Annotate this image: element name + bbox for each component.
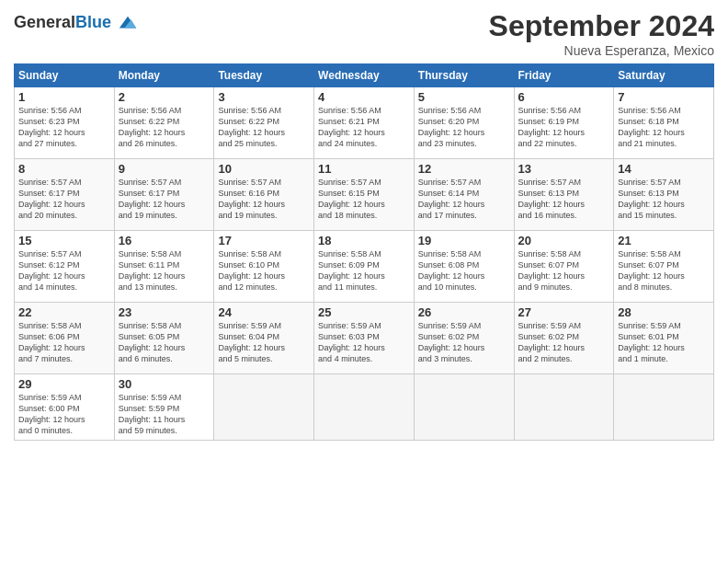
calendar-week-2: 8Sunrise: 5:57 AM Sunset: 6:17 PM Daylig…	[15, 159, 714, 231]
logo: GeneralBlue	[14, 13, 138, 33]
month-title: September 2024	[489, 9, 714, 43]
calendar-cell: 13Sunrise: 5:57 AM Sunset: 6:13 PM Dayli…	[514, 159, 614, 231]
calendar-cell: 29Sunrise: 5:59 AM Sunset: 6:00 PM Dayli…	[15, 374, 115, 441]
day-info: Sunrise: 5:56 AM Sunset: 6:19 PM Dayligh…	[518, 105, 610, 150]
calendar-cell: 11Sunrise: 5:57 AM Sunset: 6:15 PM Dayli…	[314, 159, 415, 231]
calendar-cell	[314, 374, 415, 441]
calendar-cell	[514, 374, 614, 441]
logo-icon	[118, 13, 138, 33]
day-info: Sunrise: 5:57 AM Sunset: 6:12 PM Dayligh…	[18, 248, 110, 293]
day-info: Sunrise: 5:58 AM Sunset: 6:07 PM Dayligh…	[618, 248, 710, 293]
day-info: Sunrise: 5:58 AM Sunset: 6:09 PM Dayligh…	[318, 248, 410, 293]
day-info: Sunrise: 5:56 AM Sunset: 6:22 PM Dayligh…	[119, 105, 210, 150]
day-number: 10	[218, 162, 310, 176]
day-info: Sunrise: 5:57 AM Sunset: 6:13 PM Dayligh…	[518, 177, 610, 222]
day-info: Sunrise: 5:57 AM Sunset: 6:16 PM Dayligh…	[218, 177, 310, 222]
calendar-week-1: 1Sunrise: 5:56 AM Sunset: 6:23 PM Daylig…	[15, 87, 714, 159]
day-info: Sunrise: 5:58 AM Sunset: 6:08 PM Dayligh…	[418, 248, 510, 293]
day-info: Sunrise: 5:58 AM Sunset: 6:05 PM Dayligh…	[119, 320, 210, 365]
day-number: 27	[518, 305, 610, 319]
day-info: Sunrise: 5:57 AM Sunset: 6:14 PM Dayligh…	[418, 177, 510, 222]
calendar-cell	[414, 374, 514, 441]
day-number: 30	[119, 377, 210, 391]
day-info: Sunrise: 5:57 AM Sunset: 6:17 PM Dayligh…	[18, 177, 110, 222]
weekday-header-monday: Monday	[114, 64, 214, 87]
calendar-header: SundayMondayTuesdayWednesdayThursdayFrid…	[15, 64, 714, 87]
calendar-cell: 30Sunrise: 5:59 AM Sunset: 5:59 PM Dayli…	[114, 374, 214, 441]
calendar-cell: 14Sunrise: 5:57 AM Sunset: 6:13 PM Dayli…	[614, 159, 714, 231]
day-number: 16	[119, 234, 210, 247]
weekday-header-friday: Friday	[514, 64, 614, 87]
day-number: 5	[418, 90, 510, 104]
day-number: 25	[318, 305, 410, 319]
calendar-cell: 19Sunrise: 5:58 AM Sunset: 6:08 PM Dayli…	[414, 231, 514, 303]
calendar-cell: 28Sunrise: 5:59 AM Sunset: 6:01 PM Dayli…	[614, 303, 714, 374]
day-number: 24	[218, 305, 310, 319]
day-number: 28	[618, 305, 710, 319]
day-number: 2	[119, 90, 210, 104]
weekday-header-tuesday: Tuesday	[214, 64, 314, 87]
weekday-header-wednesday: Wednesday	[314, 64, 415, 87]
header: GeneralBlue September 2024 Nueva Esperan…	[14, 9, 714, 58]
day-number: 19	[418, 234, 510, 247]
logo-blue-text: Blue	[75, 13, 111, 31]
day-info: Sunrise: 5:59 AM Sunset: 6:02 PM Dayligh…	[518, 320, 610, 365]
day-info: Sunrise: 5:57 AM Sunset: 6:17 PM Dayligh…	[119, 177, 210, 222]
day-info: Sunrise: 5:58 AM Sunset: 6:10 PM Dayligh…	[218, 248, 310, 293]
day-info: Sunrise: 5:58 AM Sunset: 6:11 PM Dayligh…	[119, 248, 210, 293]
day-info: Sunrise: 5:56 AM Sunset: 6:23 PM Dayligh…	[18, 105, 110, 150]
logo-general-text: General	[14, 13, 75, 31]
day-number: 8	[18, 162, 110, 176]
day-number: 4	[318, 90, 410, 104]
day-number: 15	[18, 234, 110, 247]
weekday-header-sunday: Sunday	[15, 64, 115, 87]
calendar-cell: 8Sunrise: 5:57 AM Sunset: 6:17 PM Daylig…	[15, 159, 115, 231]
calendar-cell: 22Sunrise: 5:58 AM Sunset: 6:06 PM Dayli…	[15, 303, 115, 374]
calendar-cell: 21Sunrise: 5:58 AM Sunset: 6:07 PM Dayli…	[614, 231, 714, 303]
calendar-cell: 15Sunrise: 5:57 AM Sunset: 6:12 PM Dayli…	[15, 231, 115, 303]
calendar-cell: 3Sunrise: 5:56 AM Sunset: 6:22 PM Daylig…	[214, 87, 314, 159]
calendar-cell: 26Sunrise: 5:59 AM Sunset: 6:02 PM Dayli…	[414, 303, 514, 374]
calendar-week-5: 29Sunrise: 5:59 AM Sunset: 6:00 PM Dayli…	[15, 374, 714, 441]
day-number: 14	[618, 162, 710, 176]
day-info: Sunrise: 5:59 AM Sunset: 6:00 PM Dayligh…	[18, 392, 110, 437]
day-number: 29	[18, 377, 110, 391]
day-number: 3	[218, 90, 310, 104]
calendar-cell: 23Sunrise: 5:58 AM Sunset: 6:05 PM Dayli…	[114, 303, 214, 374]
calendar-week-4: 22Sunrise: 5:58 AM Sunset: 6:06 PM Dayli…	[15, 303, 714, 374]
weekday-header-row: SundayMondayTuesdayWednesdayThursdayFrid…	[15, 64, 714, 87]
calendar-cell: 10Sunrise: 5:57 AM Sunset: 6:16 PM Dayli…	[214, 159, 314, 231]
calendar-cell: 12Sunrise: 5:57 AM Sunset: 6:14 PM Dayli…	[414, 159, 514, 231]
day-number: 12	[418, 162, 510, 176]
day-number: 1	[18, 90, 110, 104]
day-info: Sunrise: 5:59 AM Sunset: 5:59 PM Dayligh…	[119, 392, 210, 437]
calendar-cell	[214, 374, 314, 441]
day-number: 7	[618, 90, 710, 104]
page-container: GeneralBlue September 2024 Nueva Esperan…	[0, 0, 728, 450]
calendar-cell: 7Sunrise: 5:56 AM Sunset: 6:18 PM Daylig…	[614, 87, 714, 159]
calendar-cell: 20Sunrise: 5:58 AM Sunset: 6:07 PM Dayli…	[514, 231, 614, 303]
calendar-cell: 16Sunrise: 5:58 AM Sunset: 6:11 PM Dayli…	[114, 231, 214, 303]
calendar-cell: 5Sunrise: 5:56 AM Sunset: 6:20 PM Daylig…	[414, 87, 514, 159]
day-number: 9	[119, 162, 210, 176]
day-info: Sunrise: 5:57 AM Sunset: 6:15 PM Dayligh…	[318, 177, 410, 222]
day-info: Sunrise: 5:58 AM Sunset: 6:06 PM Dayligh…	[18, 320, 110, 365]
subtitle: Nueva Esperanza, Mexico	[489, 43, 714, 58]
day-number: 20	[518, 234, 610, 247]
day-number: 26	[418, 305, 510, 319]
day-number: 13	[518, 162, 610, 176]
calendar-cell: 27Sunrise: 5:59 AM Sunset: 6:02 PM Dayli…	[514, 303, 614, 374]
day-info: Sunrise: 5:56 AM Sunset: 6:22 PM Dayligh…	[218, 105, 310, 150]
day-number: 21	[618, 234, 710, 247]
calendar-cell: 24Sunrise: 5:59 AM Sunset: 6:04 PM Dayli…	[214, 303, 314, 374]
title-block: September 2024 Nueva Esperanza, Mexico	[489, 9, 714, 58]
calendar-cell: 4Sunrise: 5:56 AM Sunset: 6:21 PM Daylig…	[314, 87, 415, 159]
day-info: Sunrise: 5:56 AM Sunset: 6:21 PM Dayligh…	[318, 105, 410, 150]
day-info: Sunrise: 5:59 AM Sunset: 6:04 PM Dayligh…	[218, 320, 310, 365]
day-info: Sunrise: 5:57 AM Sunset: 6:13 PM Dayligh…	[618, 177, 710, 222]
day-number: 6	[518, 90, 610, 104]
day-number: 17	[218, 234, 310, 247]
day-info: Sunrise: 5:59 AM Sunset: 6:01 PM Dayligh…	[618, 320, 710, 365]
calendar-cell: 2Sunrise: 5:56 AM Sunset: 6:22 PM Daylig…	[114, 87, 214, 159]
day-number: 11	[318, 162, 410, 176]
